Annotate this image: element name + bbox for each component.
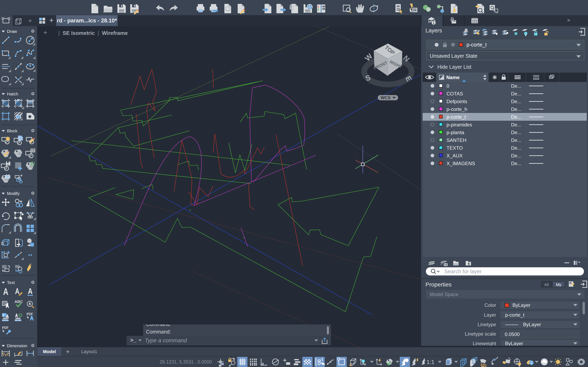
svg-text:ABC: ABC [15, 300, 23, 304]
svg-text:S: S [364, 73, 372, 83]
svg-text:1:1: 1:1 [426, 359, 434, 365]
svg-text:PDF: PDF [2, 326, 9, 329]
svg-text:PDF: PDF [26, 312, 33, 316]
svg-text:Name: Name [446, 75, 459, 80]
